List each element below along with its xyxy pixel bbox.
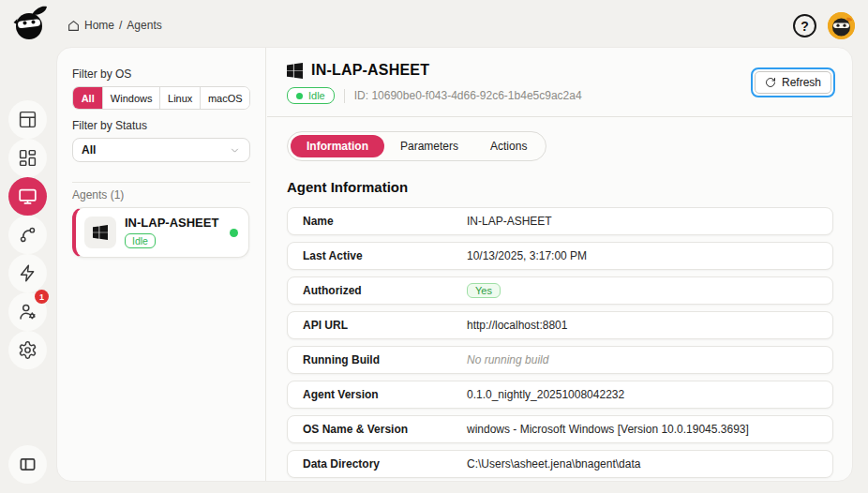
icon-rail: 1 — [0, 47, 56, 493]
app-logo-ninja-icon[interactable] — [10, 4, 50, 43]
section-title: Agent Information — [287, 179, 408, 195]
refresh-button-focus-ring: Refresh — [751, 67, 835, 97]
agent-list-item[interactable]: IN-LAP-ASHEET Idle — [72, 207, 249, 258]
panel-toggle-icon[interactable] — [8, 445, 47, 484]
dashboard-icon[interactable] — [8, 139, 47, 177]
filter-status-label: Filter by Status — [72, 119, 147, 132]
table-row-agent-version: Agent Version 0.1.0_nightly_202510080422… — [287, 381, 833, 409]
windows-logo-icon — [84, 217, 116, 248]
filter-os-label: Filter by OS — [72, 67, 131, 81]
breadcrumb-current: Agents — [127, 19, 161, 32]
tab-information[interactable]: Information — [291, 135, 384, 157]
agent-detail-header: IN-LAP-ASHEET Idle ID: 10690be0-f043-4d6… — [267, 48, 852, 117]
authorized-badge: Yes — [467, 283, 501, 298]
breadcrumb-home-link[interactable]: Home — [84, 19, 114, 32]
os-filter-linux[interactable]: Linux — [159, 87, 200, 109]
refresh-button[interactable]: Refresh — [755, 71, 831, 94]
table-row-data-directory: Data Directory C:\Users\asheet.jena\bnag… — [287, 450, 833, 478]
user-avatar[interactable] — [828, 12, 855, 39]
table-row-name: Name IN-LAP-ASHEET — [287, 207, 833, 235]
ninja-avatar-icon — [828, 12, 855, 39]
help-circle-icon[interactable]: ? — [793, 14, 816, 37]
detail-tabs: Information Parameters Actions — [287, 131, 546, 161]
panels-icon[interactable] — [8, 100, 47, 139]
agent-detail: IN-LAP-ASHEET Idle ID: 10690be0-f043-4d6… — [267, 48, 852, 481]
main-panel: Filter by OS All Windows Linux macOS Fil… — [56, 47, 853, 482]
home-icon — [67, 20, 80, 32]
os-filter-windows[interactable]: Windows — [102, 87, 159, 109]
status-select[interactable]: All — [72, 138, 250, 162]
agent-card-name: IN-LAP-ASHEET — [125, 217, 218, 230]
branch-icon[interactable] — [8, 216, 47, 254]
agent-id-text: ID: 10690be0-f043-4d66-92c6-1b4e5c9ac2a4 — [354, 89, 582, 102]
settings-icon[interactable] — [8, 331, 47, 369]
status-dot-icon — [296, 93, 303, 99]
user-gear-icon[interactable]: 1 — [8, 292, 47, 331]
os-filter-macos[interactable]: macOS — [200, 87, 249, 109]
agents-count-label: Agents (1) — [72, 188, 124, 202]
windows-logo-icon — [287, 63, 303, 79]
filter-sidebar: Filter by OS All Windows Linux macOS Fil… — [57, 48, 266, 481]
tab-parameters[interactable]: Parameters — [384, 135, 474, 157]
zap-icon[interactable] — [8, 254, 47, 292]
table-row-authorized: Authorized Yes — [287, 276, 833, 305]
notification-badge: 1 — [35, 290, 49, 304]
divider — [72, 182, 250, 183]
refresh-icon — [765, 77, 776, 88]
os-filter-all[interactable]: All — [73, 87, 102, 109]
agent-card-status-badge: Idle — [125, 233, 156, 248]
table-row-last-active: Last Active 10/13/2025, 3:17:00 PM — [287, 242, 833, 270]
tab-actions[interactable]: Actions — [474, 135, 543, 157]
agent-info-table: Name IN-LAP-ASHEET Last Active 10/13/202… — [287, 207, 833, 478]
chevron-down-icon — [229, 144, 241, 157]
status-select-value: All — [82, 143, 96, 157]
status-badge: Idle — [287, 87, 335, 104]
breadcrumb-separator: / — [119, 19, 122, 32]
online-status-dot — [230, 229, 238, 237]
divider — [344, 89, 345, 103]
monitor-icon[interactable] — [8, 177, 47, 216]
table-row-os-name-version: OS Name & Version windows - Microsoft Wi… — [287, 415, 833, 443]
page-title: IN-LAP-ASHEET — [311, 62, 429, 79]
breadcrumb: Home / Agents — [67, 19, 162, 32]
os-filter-group: All Windows Linux macOS — [72, 86, 250, 110]
table-row-api-url: API URL http://localhost:8801 — [287, 311, 833, 339]
app-root: Home / Agents ? — [0, 0, 868, 493]
table-row-running-build: Running Build No running build — [287, 346, 833, 374]
